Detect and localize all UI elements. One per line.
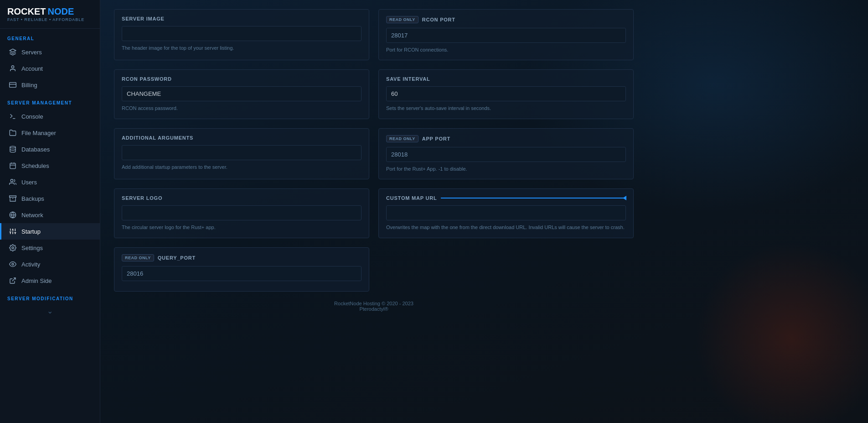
app-port-hint: Port for the Rust+ App. -1 to disable. [386,166,626,172]
row-1: SERVER IMAGE The header image for the to… [114,9,634,60]
sliders-icon [9,227,17,235]
sidebar: ROCKETNODE FAST • RELIABLE • AFFORDABLE … [0,0,100,423]
server-logo-label: SERVER LOGO [122,195,162,201]
sidebar-item-backups[interactable]: Backups [0,190,100,207]
svg-marker-0 [10,49,16,52]
sidebar-label-startup: Startup [21,228,41,235]
logo-tagline: FAST • RELIABLE • AFFORDABLE [7,17,93,22]
sidebar-label-servers: Servers [21,49,42,56]
row-2: RCON PASSWORD RCON access password. SAVE… [114,69,634,119]
sidebar-item-billing[interactable]: Billing [0,77,100,93]
terminal-icon [9,112,17,120]
sidebar-item-databases[interactable]: Databases [0,141,100,157]
sidebar-item-network[interactable]: Network [0,207,100,223]
save-interval-input[interactable] [386,86,626,101]
svg-rect-6 [10,163,16,169]
gear-icon [9,244,17,252]
save-interval-group: SAVE INTERVAL Sets the server's auto-sav… [378,69,634,119]
custom-map-url-input[interactable] [386,205,626,220]
server-logo-input[interactable] [122,205,362,220]
footer: RocketNode Hosting © 2020 - 2023 Pteroda… [114,292,634,321]
sidebar-item-console[interactable]: Console [0,108,100,125]
additional-arguments-label: ADDITIONAL ARGUMENTS [122,135,193,141]
sidebar-label-settings: Settings [21,245,43,251]
sidebar-label-databases: Databases [21,146,50,153]
layers-icon [9,48,17,56]
server-logo-group: SERVER LOGO The circular server logo for… [114,188,369,238]
rcon-port-hint: Port for RCON connections. [386,47,626,53]
server-image-header: SERVER IMAGE [122,16,362,21]
svg-rect-11 [10,196,16,197]
rcon-port-group: READ ONLY RCON PORT Port for RCON connec… [378,9,634,60]
additional-arguments-group: ADDITIONAL ARGUMENTS Add additional star… [114,128,369,179]
sidebar-label-console: Console [21,113,43,120]
rcon-port-input [386,28,626,43]
rcon-password-hint: RCON access password. [122,105,362,112]
app-port-label: APP PORT [422,136,450,141]
sidebar-item-servers[interactable]: Servers [0,44,100,60]
server-image-label: SERVER IMAGE [122,16,165,21]
svg-line-26 [12,278,16,281]
rcon-password-group: RCON PASSWORD RCON access password. [114,69,369,119]
svg-rect-2 [10,83,16,88]
additional-arguments-input[interactable] [122,145,362,160]
row-4: SERVER LOGO The circular server logo for… [114,188,634,238]
sidebar-item-account[interactable]: Account [0,60,100,77]
svg-point-24 [12,247,14,249]
sidebar-item-startup[interactable]: Startup [0,223,100,240]
sidebar-label-users: Users [21,179,37,186]
query-port-group: READ ONLY QUERY_PORT [114,247,369,292]
sidebar-item-activity[interactable]: Activity [0,256,100,272]
server-image-input[interactable] [122,26,362,41]
app-port-header: READ ONLY APP PORT [386,135,626,142]
save-interval-hint: Sets the server's auto-save interval in … [386,105,626,112]
svg-point-5 [10,146,16,148]
eye-icon [9,260,17,268]
sidebar-item-settings[interactable]: Settings [0,240,100,256]
globe-icon [9,211,17,219]
footer-line1: RocketNode Hosting © 2020 - 2023 [123,301,625,306]
logo-area: ROCKETNODE FAST • RELIABLE • AFFORDABLE [0,0,100,29]
rcon-port-readonly-badge: READ ONLY [386,16,418,23]
logo-rocket: ROCKET [7,6,46,17]
sidebar-item-file-manager[interactable]: File Manager [0,125,100,141]
sidebar-label-schedules: Schedules [21,162,49,169]
server-logo-hint: The circular server logo for the Rust+ a… [122,224,362,231]
sidebar-item-admin-side[interactable]: Admin Side [0,272,100,289]
sidebar-item-users[interactable]: Users [0,174,100,190]
custom-map-url-group: CUSTOM MAP URL Overwrites the map with t… [378,188,634,238]
content-area: SERVER IMAGE The header image for the to… [100,0,647,339]
svg-point-10 [10,179,13,182]
additional-arguments-header: ADDITIONAL ARGUMENTS [122,135,362,141]
custom-map-url-hint: Overwrites the map with the one from the… [386,224,626,231]
footer-line2: Pterodactyl® [123,306,625,312]
database-icon [9,145,17,153]
additional-arguments-hint: Add additional startup parameters to the… [122,164,362,171]
sidebar-label-network: Network [21,212,43,219]
app-port-group: READ ONLY APP PORT Port for the Rust+ Ap… [378,128,634,179]
sidebar-label-file-manager: File Manager [21,130,56,136]
row-5: READ ONLY QUERY_PORT [114,247,634,292]
sidebar-item-schedules[interactable]: Schedules [0,157,100,174]
server-image-group: SERVER IMAGE The header image for the to… [114,9,369,60]
query-port-header: READ ONLY QUERY_PORT [122,254,362,261]
app-port-input [386,147,626,162]
server-image-hint: The header image for the top of your ser… [122,45,362,52]
save-interval-label: SAVE INTERVAL [386,76,430,82]
custom-map-url-header: CUSTOM MAP URL [386,195,626,201]
server-logo-header: SERVER LOGO [122,195,362,201]
arrow-indicator [441,198,626,198]
query-port-label: QUERY_PORT [158,255,196,261]
general-section-label: GENERAL [0,29,100,44]
rcon-port-label: RCON PORT [422,17,455,22]
query-port-readonly-badge: READ ONLY [122,254,154,261]
svg-point-1 [11,66,14,68]
custom-map-url-label: CUSTOM MAP URL [386,195,437,201]
logo-node: NODE [47,6,74,17]
rcon-port-header: READ ONLY RCON PORT [386,16,626,23]
rcon-password-input[interactable] [122,86,362,101]
sidebar-label-activity: Activity [21,261,40,268]
scroll-down-indicator: ⌄ [0,304,100,318]
main-content: SERVER IMAGE The header image for the to… [100,0,868,423]
sidebar-label-backups: Backups [21,195,44,202]
